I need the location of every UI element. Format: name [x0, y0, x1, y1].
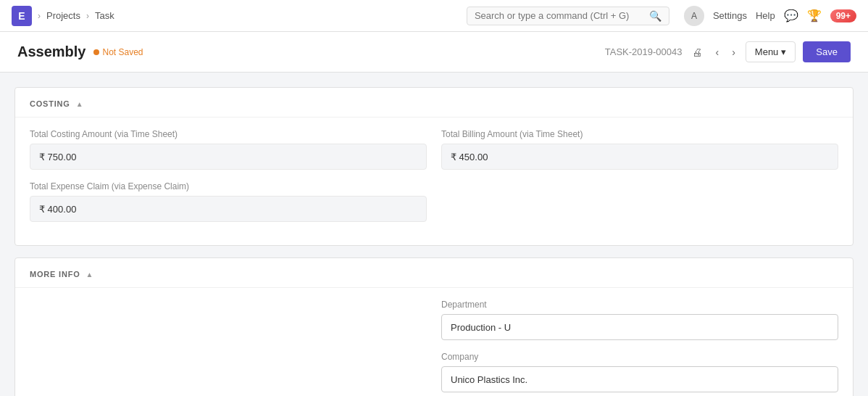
next-icon[interactable]: ›: [729, 44, 738, 61]
company-input[interactable]: [441, 366, 838, 392]
search-bar[interactable]: 🔍: [467, 7, 669, 25]
department-group: Department: [441, 300, 838, 340]
breadcrumb-chevron-1: ›: [38, 11, 41, 21]
company-group: Company: [441, 352, 838, 392]
more-info-section-header: MORE INFO ▲: [15, 258, 853, 288]
task-id: TASK-2019-00043: [605, 46, 683, 57]
more-info-body: Department Company: [15, 288, 853, 396]
department-input[interactable]: [441, 314, 838, 340]
expense-claim-group: Total Expense Claim (via Expense Claim) …: [30, 181, 427, 222]
costing-collapse-icon[interactable]: ▲: [76, 100, 83, 108]
costing-section-header: COSTING ▲: [15, 88, 853, 117]
save-button[interactable]: Save: [803, 41, 851, 62]
total-billing-group: Total Billing Amount (via Time Sheet) ₹ …: [441, 129, 838, 170]
expense-claim-label: Total Expense Claim (via Expense Claim): [30, 181, 427, 191]
nav-actions: A Settings Help 💬 🏆 99+: [684, 6, 856, 26]
more-info-title: MORE INFO: [30, 270, 80, 279]
more-info-collapse-icon[interactable]: ▲: [86, 271, 93, 279]
breadcrumb-chevron-2: ›: [86, 11, 89, 21]
total-costing-group: Total Costing Amount (via Time Sheet) ₹ …: [30, 129, 427, 170]
expense-claim-value: ₹ 400.00: [30, 196, 427, 222]
content-area: COSTING ▲ Total Costing Amount (via Time…: [0, 73, 868, 396]
app-icon[interactable]: E: [12, 6, 32, 26]
prev-icon[interactable]: ‹: [712, 44, 722, 61]
search-input[interactable]: [475, 10, 646, 21]
notification-badge[interactable]: 99+: [830, 9, 856, 22]
chat-icon[interactable]: 💬: [784, 9, 798, 22]
status-badge: Not Saved: [93, 47, 143, 57]
breadcrumb-projects[interactable]: Projects: [46, 10, 80, 21]
menu-button[interactable]: Menu ▾: [746, 41, 796, 62]
department-label: Department: [441, 300, 838, 310]
company-label: Company: [441, 352, 838, 362]
total-billing-label: Total Billing Amount (via Time Sheet): [441, 129, 838, 139]
costing-section-body: Total Costing Amount (via Time Sheet) ₹ …: [15, 117, 853, 245]
more-info-right: Department Company: [441, 300, 838, 392]
search-icon: 🔍: [649, 10, 662, 22]
costing-row-1: Total Costing Amount (via Time Sheet) ₹ …: [30, 129, 838, 170]
total-costing-value: ₹ 750.00: [30, 144, 427, 170]
status-text: Not Saved: [103, 47, 143, 57]
page-header: Assembly Not Saved TASK-2019-00043 🖨 ‹ ›…: [0, 32, 868, 73]
more-info-section: MORE INFO ▲ Department Company: [14, 257, 854, 396]
costing-title: COSTING: [30, 99, 70, 108]
top-navigation: E › Projects › Task 🔍 A Settings Help 💬 …: [0, 0, 868, 32]
avatar[interactable]: A: [684, 6, 704, 26]
print-icon[interactable]: 🖨: [689, 44, 705, 61]
settings-button[interactable]: Settings: [713, 10, 747, 21]
costing-section: COSTING ▲ Total Costing Amount (via Time…: [14, 87, 854, 246]
trophy-icon[interactable]: 🏆: [807, 9, 822, 22]
breadcrumb-task[interactable]: Task: [95, 10, 114, 21]
total-billing-value: ₹ 450.00: [441, 144, 838, 170]
status-dot: [93, 49, 99, 55]
page-title: Assembly: [17, 44, 86, 60]
more-info-left: [30, 300, 427, 392]
total-costing-label: Total Costing Amount (via Time Sheet): [30, 129, 427, 139]
header-right: TASK-2019-00043 🖨 ‹ › Menu ▾ Save: [605, 41, 851, 62]
help-button[interactable]: Help: [756, 10, 775, 21]
costing-empty-group: [441, 181, 838, 222]
costing-row-2: Total Expense Claim (via Expense Claim) …: [30, 181, 838, 222]
